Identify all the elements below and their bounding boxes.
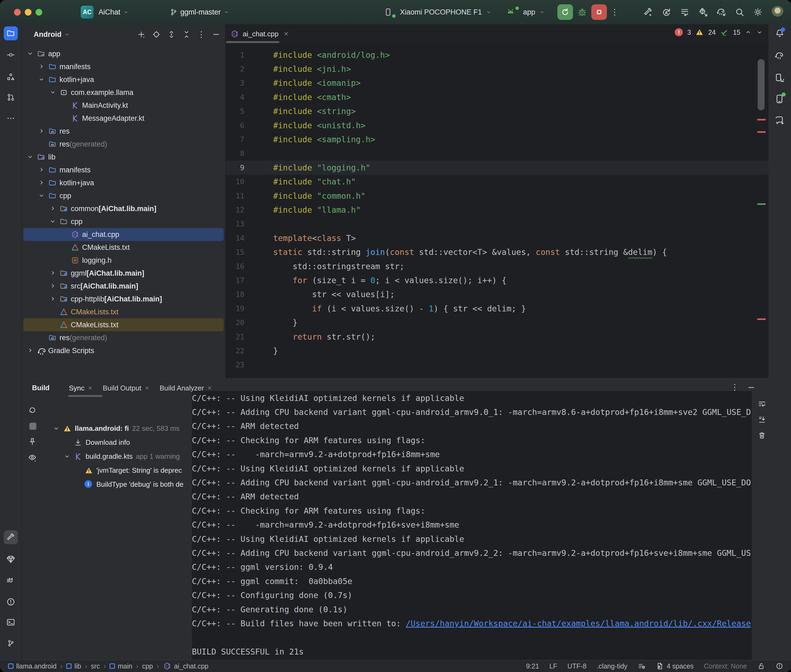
status-item-unlocked[interactable]: [757, 662, 765, 670]
line-number[interactable]: 19: [226, 304, 244, 313]
branch-widget[interactable]: ggml-master: [170, 0, 229, 24]
build-console[interactable]: C/C++: -- Using KleidiAI optimized kerne…: [192, 391, 752, 660]
inspections-widget[interactable]: ! 3 24 15: [675, 28, 763, 37]
tree-item-lib[interactable]: lib: [23, 150, 224, 163]
status-item-utf-8[interactable]: UTF-8: [567, 662, 586, 670]
code-line-10[interactable]: 10#include "chat.h": [226, 175, 769, 189]
sync-restart-icon[interactable]: [661, 7, 672, 17]
build-title[interactable]: Build: [32, 384, 50, 392]
settings-icon[interactable]: [753, 7, 763, 17]
line-number[interactable]: 8: [226, 149, 244, 158]
status-item-formatter[interactable]: [638, 662, 646, 670]
code-line-17[interactable]: 17 for (size_t i = 0; i < values.size();…: [226, 273, 769, 287]
tree-item-mainactivity-kt[interactable]: MainActivity.kt: [23, 99, 224, 112]
apply-changes-icon[interactable]: [680, 7, 690, 17]
code-line-1[interactable]: 1#include <android/log.h>: [226, 48, 769, 62]
panel-options-icon[interactable]: ⋮: [197, 30, 205, 38]
tree-item-manifests[interactable]: manifests: [23, 60, 224, 73]
attach-debugger-icon[interactable]: [698, 7, 708, 17]
tree-item-ai-chat-cpp[interactable]: Cai_chat.cpp: [23, 228, 224, 241]
terminal-tool-button[interactable]: [4, 615, 18, 629]
chevron-right-icon[interactable]: [49, 295, 56, 302]
chevron-down-icon[interactable]: [49, 218, 56, 225]
gradle-sync-icon[interactable]: [716, 7, 727, 17]
line-number[interactable]: 4: [226, 93, 244, 101]
code-line-16[interactable]: 16 std::ostringstream str;: [226, 259, 769, 273]
app-insights-tool-button[interactable]: [4, 552, 18, 566]
tree-item-cmakelists-txt[interactable]: CMakeLists.txt: [23, 241, 224, 254]
collapse-all-icon[interactable]: [182, 30, 191, 39]
expand-all-icon[interactable]: [167, 30, 176, 39]
avatar[interactable]: [771, 6, 784, 19]
status-item-4-spaces[interactable]: 4 spaces: [656, 662, 693, 670]
structure-tool-button[interactable]: [4, 70, 18, 84]
running-devices-button[interactable]: [773, 92, 787, 106]
line-number[interactable]: 15: [226, 248, 244, 256]
breadcrumb-llama-android[interactable]: llama.android: [8, 662, 56, 670]
status-item-lf[interactable]: LF: [549, 662, 557, 670]
traffic-zoom[interactable]: [35, 9, 42, 16]
chevron-down-icon[interactable]: [53, 425, 60, 432]
code-line-21[interactable]: 21 return str.str();: [226, 330, 769, 344]
error-stripe-mark[interactable]: [757, 131, 766, 133]
chevron-down-icon[interactable]: [38, 192, 45, 199]
project-tool-button[interactable]: [4, 26, 18, 40]
line-number[interactable]: 6: [226, 121, 244, 130]
code-line-7[interactable]: 7#include <sampling.h>: [226, 132, 769, 146]
console-link[interactable]: /Users/hanyin/Workspace/ai-chat/examples…: [406, 619, 751, 628]
soft-wrap-icon[interactable]: [757, 400, 766, 408]
line-number[interactable]: 9: [226, 163, 244, 172]
tree-item-cpp-httplib[interactable]: cpp-httplib [AiChat.lib.main]: [23, 293, 224, 306]
line-number[interactable]: 23: [226, 361, 244, 369]
build-tab-build-output[interactable]: Build Output×: [103, 384, 149, 392]
chevron-right-icon[interactable]: [38, 128, 45, 134]
build-tree-item-2[interactable]: build.gradle.ktsapp 1 warning: [22, 450, 192, 464]
prev-problem-icon[interactable]: [745, 29, 752, 36]
search-icon[interactable]: [735, 7, 745, 17]
device-manager-button[interactable]: [773, 71, 787, 85]
code-line-3[interactable]: 3#include <iomanip>: [226, 76, 769, 90]
status-item--clang-tidy[interactable]: .clang-tidy: [597, 662, 627, 670]
breadcrumb-ai-chat-cpp[interactable]: Cai_chat.cpp: [163, 662, 209, 670]
code-line-9[interactable]: 9#include "logging.h": [226, 160, 769, 174]
close-icon[interactable]: ×: [284, 30, 288, 38]
chevron-down-icon[interactable]: [27, 153, 34, 160]
tree-item-cmakelists-txt[interactable]: CMakeLists.txt: [23, 318, 224, 331]
run-config-selector[interactable]: app: [523, 8, 535, 16]
breadcrumb-cpp[interactable]: cpp: [142, 662, 153, 670]
close-icon[interactable]: ×: [145, 384, 149, 392]
breadcrumb-src[interactable]: src: [91, 662, 100, 670]
error-stripe-mark[interactable]: [757, 119, 766, 120]
build-tree-item-3[interactable]: 'jvmTarget: String' is deprec: [22, 464, 192, 478]
breadcrumb-lib[interactable]: lib: [66, 662, 81, 670]
close-icon[interactable]: ×: [208, 384, 212, 392]
more-actions-button[interactable]: ⋮: [611, 8, 619, 16]
refresh-icon[interactable]: [28, 405, 37, 414]
tree-item-com-example-llama[interactable]: com.example.llama: [23, 86, 224, 99]
code-line-2[interactable]: 2#include <jni.h>: [226, 62, 769, 76]
code-line-20[interactable]: 20 }: [226, 315, 769, 330]
tree-item-kotlin-java[interactable]: kotlin+java: [23, 73, 224, 86]
chevron-down-icon[interactable]: [38, 76, 45, 83]
stop-button[interactable]: [591, 4, 607, 20]
chevron-right-icon[interactable]: [27, 347, 34, 354]
line-number[interactable]: 5: [226, 107, 244, 115]
traffic-minimize[interactable]: [25, 9, 32, 16]
build-tree-item-4[interactable]: iBuildType 'debug' is both de: [22, 478, 192, 491]
code-line-23[interactable]: 23: [226, 358, 769, 372]
line-number[interactable]: 22: [226, 347, 244, 355]
tree-item-cpp[interactable]: cpp: [23, 215, 224, 228]
build-tool-button[interactable]: [4, 530, 18, 544]
status-item-error-outline[interactable]: [775, 662, 783, 670]
line-number[interactable]: 17: [226, 276, 244, 285]
code-line-12[interactable]: 12#include "llama.h": [226, 203, 769, 217]
tree-item-common[interactable]: common [AiChat.lib.main]: [23, 202, 224, 215]
code-line-4[interactable]: 4#include <cmath>: [226, 90, 769, 104]
code-line-18[interactable]: 18 str << values[i];: [226, 288, 769, 301]
locate-icon[interactable]: [152, 30, 160, 39]
tree-item-src[interactable]: src [AiChat.lib.main]: [23, 280, 224, 293]
pull-requests-tool-button[interactable]: [4, 90, 18, 104]
build-run-icon[interactable]: [643, 7, 653, 17]
project-view-selector[interactable]: Android: [34, 24, 70, 45]
code-line-15[interactable]: 15static std::string join(const std::vec…: [226, 245, 769, 259]
